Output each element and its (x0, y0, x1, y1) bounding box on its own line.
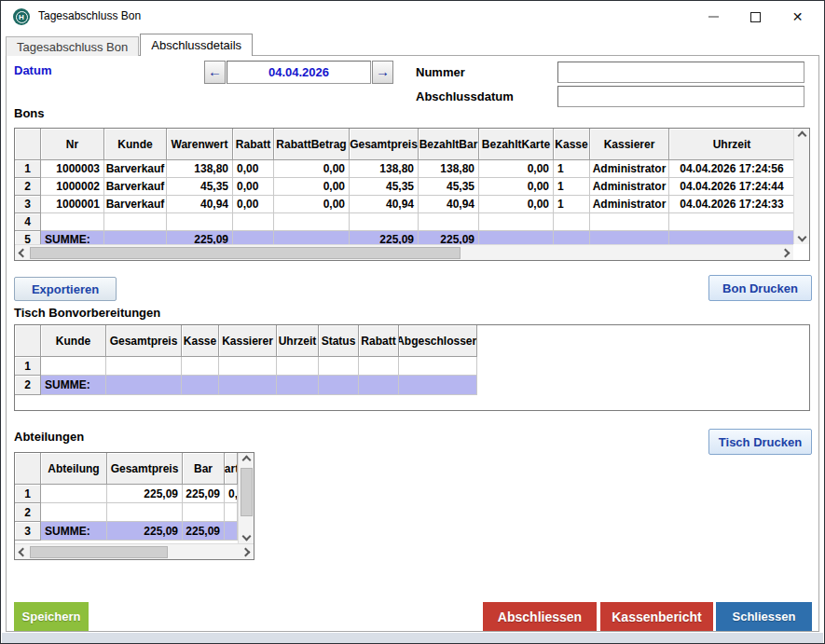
date-input[interactable] (227, 61, 371, 84)
column-header: Kassierer (219, 325, 277, 357)
cell-karte (225, 522, 238, 541)
abschlussdatum-input[interactable] (557, 86, 804, 107)
cell-rabattbetrag: 0,00 (274, 178, 350, 196)
table-row[interactable]: 4 (15, 213, 795, 231)
arrow-left-icon: ← (208, 63, 222, 79)
cell-kassierer (219, 376, 277, 395)
column-header: Rabatt (233, 129, 274, 160)
tab-tagesabschluss-bon[interactable]: Tagesabschluss Bon (6, 36, 139, 56)
speichern-button[interactable]: Speichern (14, 602, 89, 631)
abteilungen-horizontal-scrollbar[interactable] (15, 543, 254, 559)
column-header: Status (319, 325, 359, 357)
cell-kassierer: Administrator (590, 160, 669, 178)
cell-uhrzeit (277, 376, 319, 395)
cell-gesamtpreis: 225,09 (107, 485, 183, 503)
summe-row[interactable]: 3 SUMME: 225,09 225,09 (15, 522, 238, 541)
bons-heading: Bons (14, 106, 45, 120)
date-prev-button[interactable]: ← (204, 61, 226, 84)
cell-uhrzeit: 04.04.2026 17:24:44 (669, 178, 795, 196)
cell-uhrzeit (669, 213, 795, 231)
cell-warenwert: 45,35 (167, 178, 233, 196)
column-header: Kunde (41, 325, 106, 357)
cell-bezahltbar (419, 213, 479, 231)
cell-kassierer: Administrator (590, 196, 669, 213)
bons-table: Nr Kunde Warenwert Rabatt RabattBetrag G… (14, 128, 810, 261)
maximize-icon (750, 12, 761, 22)
bons-header-row: Nr Kunde Warenwert Rabatt RabattBetrag G… (15, 129, 795, 160)
cell-kasse (554, 231, 590, 244)
schliessen-button[interactable]: Schliessen (716, 602, 812, 631)
column-header: BezahltKarte (479, 129, 554, 160)
window-title: Tagesabschluss Bon (38, 9, 141, 22)
abschliessen-button[interactable]: Abschliessen (483, 602, 597, 631)
column-header: Uhrzeit (277, 325, 319, 357)
cell-abteilung (41, 485, 107, 503)
cell-nr (41, 213, 104, 231)
scroll-right-icon (781, 248, 791, 257)
exportieren-button[interactable]: Exportieren (14, 277, 117, 301)
minimize-button[interactable] (693, 3, 735, 31)
bons-horizontal-scrollbar[interactable] (15, 244, 793, 260)
column-header: Gesamtpreis (107, 453, 183, 485)
cell-nr: SUMME: (41, 231, 104, 244)
cell-uhrzeit: 04.04.2026 17:24:56 (669, 160, 795, 178)
cell-karte (225, 503, 238, 522)
close-icon: ✕ (792, 10, 804, 23)
cell-gesamtpreis (350, 213, 419, 231)
table-row[interactable]: 1 (15, 357, 809, 376)
cell-karte: 0,00 (225, 485, 238, 503)
column-header: RabattBetrag (274, 129, 350, 160)
column-header: Gesamtpreis (350, 129, 419, 160)
scroll-up-icon (797, 131, 806, 141)
row-number: 4 (15, 213, 41, 231)
minimize-icon (708, 16, 719, 18)
tab-bar: Tagesabschluss Bon Abschlussdetails (6, 34, 254, 56)
abteilungen-heading: Abteilungen (14, 430, 84, 444)
column-header: Abteilung (41, 453, 107, 485)
abteilungen-vertical-scrollbar[interactable] (238, 453, 254, 543)
scrollbar-thumb[interactable] (30, 247, 461, 259)
bon-drucken-button[interactable]: Bon Drucken (708, 275, 812, 301)
cell-gesamtpreis (106, 376, 182, 395)
cell-bezahltbar: 225,09 (419, 231, 479, 244)
cell-abgeschlossen (399, 357, 477, 376)
title-bar: H Tagesabschluss Bon ✕ (1, 1, 824, 32)
app-logo-icon: H (13, 8, 30, 25)
cell-kunde: Barverkauf (104, 160, 167, 178)
kassenbericht-button[interactable]: Kassenbericht (600, 602, 713, 631)
window-bottom-strip (2, 633, 823, 644)
maximize-button[interactable] (735, 3, 777, 31)
nummer-input[interactable] (557, 62, 804, 83)
tab-abschlussdetails[interactable]: Abschlussdetails (140, 34, 253, 56)
summe-row[interactable]: 2 SUMME: (15, 376, 809, 395)
summe-row[interactable]: 5 SUMME: 225,09 225,09 225,09 (15, 231, 795, 244)
scrollbar-thumb[interactable] (30, 546, 168, 558)
cell-warenwert: 225,09 (167, 231, 233, 244)
cell-kasse (182, 376, 219, 395)
table-row[interactable]: 2 (15, 503, 238, 522)
nummer-label: Nummer (416, 65, 465, 79)
bons-vertical-scrollbar[interactable] (793, 129, 809, 244)
cell-rabatt (233, 213, 274, 231)
column-header: Warenwert (167, 129, 233, 160)
table-row[interactable]: 1 225,09 225,09 0,00 (15, 485, 238, 503)
cell-kunde (104, 213, 167, 231)
cell-nr: 1000003 (41, 160, 104, 178)
cell-kasse: 1 (554, 160, 590, 178)
column-header: Nr (41, 129, 104, 160)
corner-cell (15, 453, 41, 485)
cell-rabatt: 0,00 (233, 160, 274, 178)
tisch-header-row: Kunde Gesamtpreis Kasse Kassierer Uhrzei… (15, 325, 809, 357)
cell-bezahltbar: 45,35 (419, 178, 479, 196)
table-row[interactable]: 3 1000001 Barverkauf 40,94 0,00 0,00 40,… (15, 196, 795, 213)
scrollbar-thumb[interactable] (241, 468, 253, 516)
scroll-up-icon (241, 456, 251, 465)
tisch-drucken-button[interactable]: Tisch Drucken (708, 429, 812, 455)
table-row[interactable]: 1 1000003 Barverkauf 138,80 0,00 0,00 13… (15, 160, 795, 178)
date-next-button[interactable]: → (372, 61, 393, 84)
cell-bar: 225,09 (183, 522, 225, 541)
table-row[interactable]: 2 1000002 Barverkauf 45,35 0,00 0,00 45,… (15, 178, 795, 196)
cell-kunde: Barverkauf (104, 196, 167, 213)
close-button[interactable]: ✕ (777, 3, 818, 31)
cell-abteilung: SUMME: (41, 522, 107, 541)
